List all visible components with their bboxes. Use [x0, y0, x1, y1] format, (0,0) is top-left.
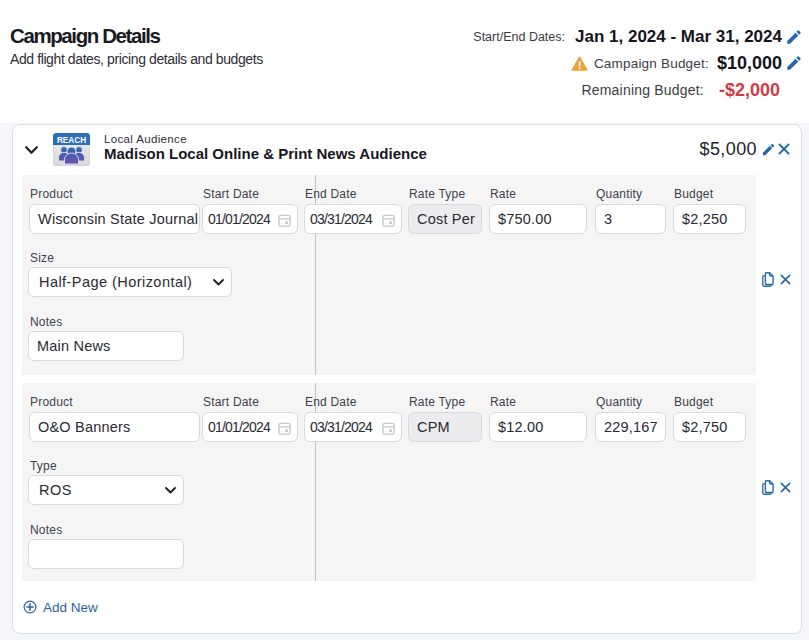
svg-text:REACH: REACH — [57, 136, 86, 145]
